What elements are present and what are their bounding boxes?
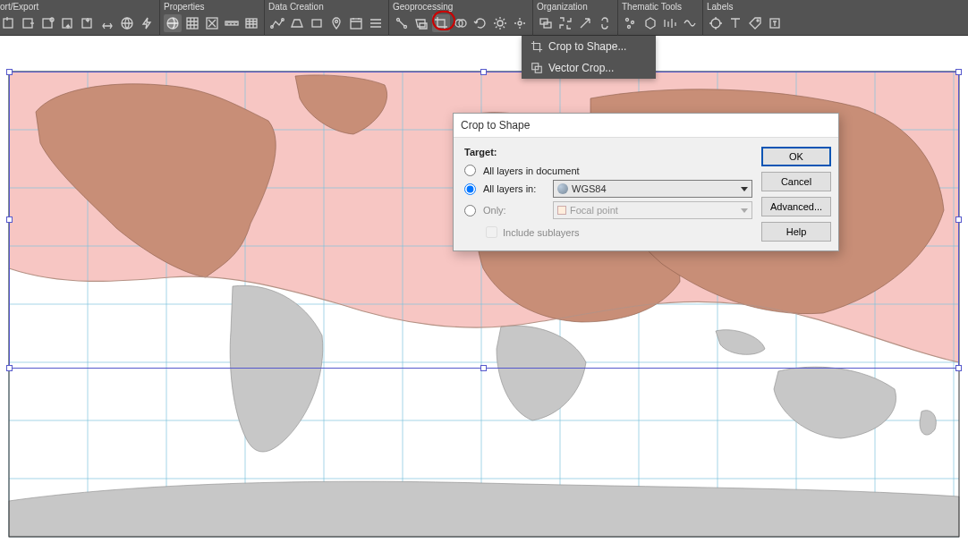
svg-rect-0 (4, 19, 13, 28)
svg-rect-14 (312, 20, 321, 27)
menu-vector-label: Vector Crop... (548, 62, 614, 74)
toolbar-import-export-icon-1[interactable] (0, 14, 18, 32)
radio-input-all-layers-doc[interactable] (464, 165, 476, 176)
merge-icon[interactable] (452, 14, 470, 32)
target-icon[interactable] (707, 14, 725, 32)
radio-only-row: Only: Focal point (464, 201, 752, 219)
text2-icon[interactable] (766, 14, 784, 32)
svg-rect-16 (351, 19, 361, 29)
group-label-properties: Properties (164, 2, 260, 13)
toolbar-import-export-icon-6[interactable] (98, 14, 116, 32)
globe-icon[interactable] (118, 14, 136, 32)
target-label: Target: (464, 147, 752, 157)
bolt-icon[interactable] (138, 14, 156, 32)
select-value: WGS84 (572, 183, 607, 194)
svg-point-15 (335, 21, 338, 23)
svg-rect-8 (187, 18, 198, 29)
group-label-data-creation: Data Creation (268, 2, 385, 13)
gear-icon[interactable] (491, 14, 509, 32)
group-label-thematic: Thematic Tools (622, 2, 699, 13)
group-label-organization: Organization (537, 2, 614, 13)
menu-crop-label: Crop to Shape... (548, 40, 626, 53)
calendar-icon[interactable] (347, 14, 365, 32)
include-sublayers-row: Include sublayers (486, 226, 752, 238)
svg-point-28 (711, 19, 720, 28)
toolbar-import-export-icon-5[interactable] (79, 14, 97, 32)
group-label-labels: Labels (707, 2, 784, 13)
dialog-title: Crop to Shape (454, 114, 838, 138)
crop-icon[interactable] (432, 14, 450, 32)
rect-icon[interactable] (308, 14, 326, 32)
svg-point-21 (497, 21, 503, 26)
help-button[interactable]: Help (761, 222, 831, 242)
menu-vector-crop[interactable]: Vector Crop... (522, 57, 656, 79)
toolbar-import-export-icon-3[interactable] (39, 14, 57, 32)
radio-all-layers-doc-text: All layers in document (483, 165, 580, 176)
hex-icon[interactable] (641, 14, 659, 32)
include-sublayers-checkbox (486, 226, 497, 238)
radio-input-all-layers-in[interactable] (464, 183, 476, 195)
table-icon[interactable] (242, 14, 260, 32)
globe-icon[interactable] (164, 14, 182, 32)
radio-all-layers-document[interactable]: All layers in document (464, 165, 752, 176)
chain-icon[interactable] (596, 14, 614, 32)
advanced-button[interactable]: Advanced... (761, 197, 831, 216)
radio-only-text: Only: (483, 205, 548, 216)
wave-icon[interactable] (681, 14, 699, 32)
layer-swatch-icon (557, 206, 566, 215)
group-label-geoprocessing: Geoprocessing (393, 2, 529, 13)
polyline-icon[interactable] (268, 14, 286, 32)
radio-all-layers-in-text: All layers in: (483, 183, 548, 194)
chevron-down-icon (741, 187, 748, 191)
radio-input-only[interactable] (464, 205, 476, 216)
layers-icon[interactable] (537, 14, 555, 32)
layers-in-select[interactable]: WGS84 (553, 180, 752, 198)
crop-to-shape-dialog: Crop to Shape Target: All layers in docu… (453, 113, 839, 251)
toolbar-import-export-icon-2[interactable] (20, 14, 38, 32)
expand-icon[interactable] (203, 14, 221, 32)
chevron-down-icon (741, 208, 748, 213)
intersect-icon[interactable] (412, 14, 430, 32)
dash-icon[interactable] (661, 14, 679, 32)
arrow-icon[interactable] (576, 14, 594, 32)
radio-all-layers-in-row: All layers in: WGS84 (464, 180, 752, 198)
gear2-icon[interactable] (511, 14, 529, 32)
cancel-button[interactable]: Cancel (761, 172, 831, 191)
include-sublayers-text: Include sublayers (503, 227, 580, 238)
svg-point-26 (632, 21, 634, 24)
refresh-icon[interactable] (471, 14, 489, 32)
only-select-disabled: Focal point (553, 201, 752, 219)
toolbar: ort/Export Properties Data Creation (0, 0, 968, 36)
polygon-icon[interactable] (288, 14, 306, 32)
ok-button[interactable]: OK (761, 147, 831, 166)
ruler-icon[interactable] (223, 14, 241, 32)
menu-crop-to-shape[interactable]: Crop to Shape... (522, 36, 656, 57)
toolbar-import-export-icon-4[interactable] (59, 14, 77, 32)
svg-point-27 (628, 26, 631, 29)
svg-point-25 (626, 19, 629, 21)
grid-icon[interactable] (183, 14, 201, 32)
dots-icon[interactable] (622, 14, 640, 32)
svg-rect-11 (246, 19, 257, 28)
snap-icon[interactable] (556, 14, 574, 32)
menu-icon[interactable] (367, 14, 385, 32)
connect-icon[interactable] (393, 14, 411, 32)
globe-icon (557, 183, 568, 194)
pin-icon[interactable] (327, 14, 345, 32)
select-disabled-value: Focal point (570, 205, 618, 216)
text-icon[interactable] (726, 14, 744, 32)
svg-point-29 (757, 20, 759, 21)
group-label-import-export: ort/Export (0, 2, 156, 13)
crop-dropdown-menu: Crop to Shape... Vector Crop... (522, 36, 656, 79)
tag-icon[interactable] (746, 14, 764, 32)
svg-point-22 (518, 21, 522, 25)
